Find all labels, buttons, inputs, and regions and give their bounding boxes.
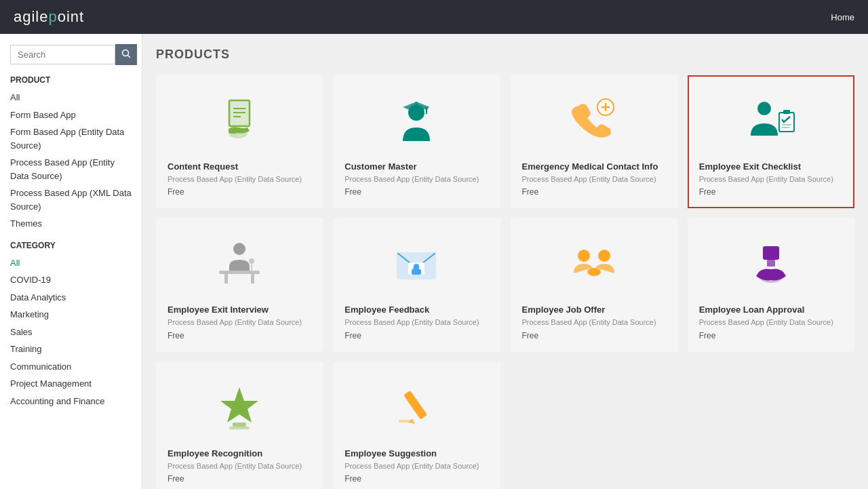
product-card-employee-recognition[interactable]: Employee Recognition Process Based App (… xyxy=(156,362,323,489)
sidebar-category-cat-training[interactable]: Training xyxy=(10,340,132,358)
sidebar-category-cat-analytics[interactable]: Data Analytics xyxy=(10,289,132,307)
product-price: Free xyxy=(699,331,716,340)
category-section-title: CATEGORY xyxy=(10,241,132,250)
product-name: Content Request xyxy=(167,161,238,172)
product-type: Process Based App (Entity Data Source) xyxy=(344,461,479,471)
product-price: Free xyxy=(167,331,184,340)
product-icon-content-request xyxy=(167,87,311,155)
product-icon-customer-master xyxy=(344,87,488,155)
svg-rect-29 xyxy=(412,269,421,275)
logo: agilepoint xyxy=(14,8,84,26)
sidebar-product-process-based-app-entity[interactable]: Process Based App (Entity Data Source) xyxy=(10,154,132,184)
product-icon-employee-exit-checklist xyxy=(699,87,843,155)
svg-rect-17 xyxy=(779,113,794,132)
svg-rect-39 xyxy=(403,390,427,419)
main-content: PRODUCTS Content Request Process Based A… xyxy=(142,34,868,489)
sidebar-category-cat-project[interactable]: Project Management xyxy=(10,375,132,393)
product-icon-emergency-medical xyxy=(522,87,666,155)
sidebar-product-process-based-app-xml[interactable]: Process Based App (XML Data Source) xyxy=(10,184,132,215)
nav-home[interactable]: Home xyxy=(831,12,854,22)
sidebar-category-cat-communication[interactable]: Communication xyxy=(10,358,132,376)
product-type: Process Based App (Entity Data Source) xyxy=(344,317,479,328)
product-type: Process Based App (Entity Data Source) xyxy=(167,461,302,471)
product-name: Employee Loan Approval xyxy=(699,305,805,315)
product-icon-employee-job-offer xyxy=(522,230,666,298)
product-card-emergency-medical[interactable]: Emergency Medical Contact Info Process B… xyxy=(511,75,677,208)
header: agilepoint Home xyxy=(0,0,868,34)
search-input[interactable] xyxy=(10,45,115,64)
sidebar-product-form-based-app[interactable]: Form Based App xyxy=(10,106,132,124)
product-price: Free xyxy=(167,187,184,197)
product-type: Process Based App (Entity Data Source) xyxy=(344,174,479,184)
sidebar-product-form-based-app-entity[interactable]: Form Based App (Entity Data Source) xyxy=(10,123,132,154)
products-grid: Content Request Process Based App (Entit… xyxy=(156,75,854,489)
sidebar-category-cat-marketing[interactable]: Marketing xyxy=(10,306,132,324)
product-type: Process Based App (Entity Data Source) xyxy=(522,174,656,184)
search-box xyxy=(10,44,132,65)
svg-point-25 xyxy=(249,258,254,264)
product-price: Free xyxy=(344,331,361,340)
svg-point-32 xyxy=(587,268,601,276)
product-name: Emergency Medical Contact Info xyxy=(522,161,658,172)
product-name: Employee Recognition xyxy=(167,448,262,458)
svg-rect-10 xyxy=(415,102,418,109)
svg-rect-24 xyxy=(251,274,254,283)
svg-point-21 xyxy=(233,243,245,255)
product-icon-employee-loan-approval xyxy=(699,230,843,298)
product-type: Process Based App (Entity Data Source) xyxy=(167,174,302,184)
search-button[interactable] xyxy=(115,44,137,65)
sidebar: PRODUCT AllForm Based AppForm Based App … xyxy=(0,34,142,489)
product-name: Customer Master xyxy=(344,161,416,172)
product-card-customer-master[interactable]: Customer Master Process Based App (Entit… xyxy=(333,75,500,208)
product-price: Free xyxy=(699,187,716,197)
product-card-employee-exit-checklist[interactable]: Employee Exit Checklist Process Based Ap… xyxy=(688,75,854,208)
product-price: Free xyxy=(522,331,539,340)
svg-rect-38 xyxy=(229,427,250,429)
product-icon-employee-feedback xyxy=(344,230,488,298)
product-name: Employee Exit Checklist xyxy=(699,161,801,172)
category-filter-list: AllCOVID-19Data AnalyticsMarketingSalesT… xyxy=(10,254,132,410)
page-title: PRODUCTS xyxy=(156,47,854,62)
sidebar-product-all[interactable]: All xyxy=(10,89,132,106)
product-name: Employee Feedback xyxy=(344,305,429,315)
product-price: Free xyxy=(344,187,361,197)
sidebar-category-cat-all[interactable]: All xyxy=(10,254,132,272)
svg-marker-36 xyxy=(220,387,258,423)
svg-point-0 xyxy=(123,50,129,56)
product-card-employee-suggestion[interactable]: Employee Suggestion Process Based App (E… xyxy=(333,362,500,489)
product-name: Employee Suggestion xyxy=(344,448,437,458)
product-card-employee-job-offer[interactable]: Employee Job Offer Process Based App (En… xyxy=(511,218,677,351)
product-filter-list: AllForm Based AppForm Based App (Entity … xyxy=(10,89,132,233)
product-icon-employee-suggestion xyxy=(344,374,488,442)
product-price: Free xyxy=(344,474,361,484)
svg-rect-41 xyxy=(399,420,412,423)
svg-rect-18 xyxy=(783,110,790,114)
sidebar-product-themes[interactable]: Themes xyxy=(10,215,132,233)
product-type: Process Based App (Entity Data Source) xyxy=(167,317,302,328)
svg-rect-33 xyxy=(763,246,779,260)
product-name: Employee Exit Interview xyxy=(167,305,269,315)
svg-point-30 xyxy=(578,250,590,262)
sidebar-category-cat-accounting[interactable]: Accounting and Finance xyxy=(10,393,132,410)
svg-point-31 xyxy=(598,250,610,262)
product-type: Process Based App (Entity Data Source) xyxy=(522,317,656,328)
svg-rect-23 xyxy=(224,274,228,283)
svg-point-16 xyxy=(757,102,771,115)
product-icon-employee-exit-interview xyxy=(167,230,311,298)
product-price: Free xyxy=(522,187,539,197)
svg-rect-22 xyxy=(219,271,260,274)
product-card-employee-exit-interview[interactable]: Employee Exit Interview Process Based Ap… xyxy=(156,218,323,351)
product-card-employee-loan-approval[interactable]: Employee Loan Approval Process Based App… xyxy=(688,218,854,351)
sidebar-category-cat-covid[interactable]: COVID-19 xyxy=(10,271,132,289)
svg-line-1 xyxy=(128,56,131,58)
product-price: Free xyxy=(167,474,184,484)
product-type: Process Based App (Entity Data Source) xyxy=(699,174,833,184)
sidebar-category-cat-sales[interactable]: Sales xyxy=(10,324,132,341)
product-section-title: PRODUCT xyxy=(10,75,132,85)
svg-rect-34 xyxy=(767,260,775,267)
product-card-employee-feedback[interactable]: Employee Feedback Process Based App (Ent… xyxy=(333,218,500,351)
product-type: Process Based App (Entity Data Source) xyxy=(699,317,833,328)
product-icon-employee-recognition xyxy=(167,374,311,442)
svg-rect-37 xyxy=(233,423,246,427)
product-card-content-request[interactable]: Content Request Process Based App (Entit… xyxy=(156,75,323,208)
